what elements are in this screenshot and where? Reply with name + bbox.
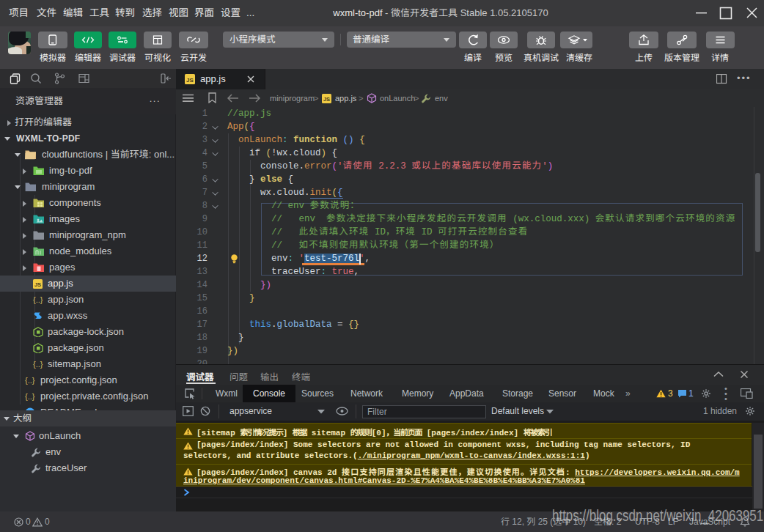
svg-text:JS: JS — [34, 281, 41, 288]
svg-text:JS: JS — [186, 77, 194, 84]
svg-text:JS: JS — [323, 96, 330, 103]
